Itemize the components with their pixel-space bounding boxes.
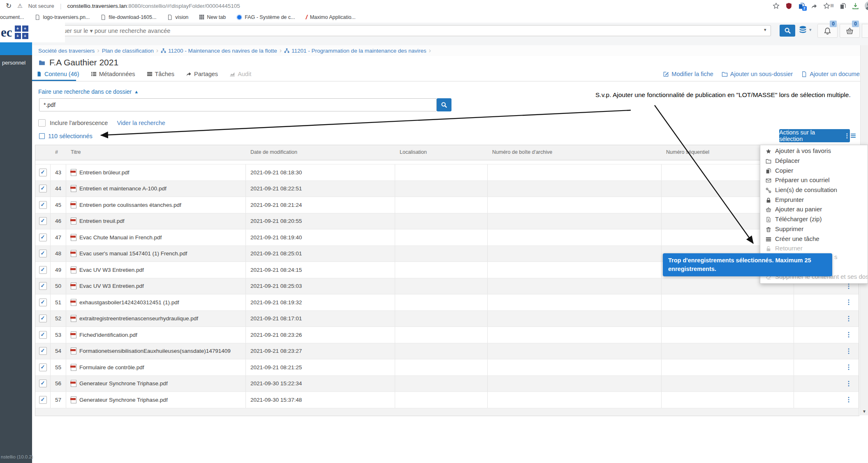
- row-checkbox[interactable]: ✓: [39, 380, 47, 387]
- bookmark-item[interactable]: file-download-1605...: [100, 14, 156, 20]
- document-link[interactable]: Entretien brûleur.pdf: [79, 169, 130, 176]
- col-titre[interactable]: Titre: [71, 149, 81, 155]
- collections-caret-icon[interactable]: ▾: [809, 27, 812, 32]
- menu-item-zip[interactable]: Télécharger (zip): [760, 214, 868, 224]
- breadcrumb-item[interactable]: 11201 - Programmation de la maintenance …: [284, 48, 426, 54]
- clear-search-link[interactable]: Vider la recherche: [117, 120, 165, 126]
- row-checkbox[interactable]: ✓: [39, 282, 47, 290]
- collections-stack-icon[interactable]: [799, 25, 807, 34]
- row-menu-button[interactable]: ⋮: [845, 294, 853, 310]
- row-checkbox[interactable]: ✓: [39, 201, 47, 209]
- global-search-input[interactable]: [49, 25, 771, 36]
- bookmark-item-maximo[interactable]: /Maximo Applicatio...: [306, 14, 355, 21]
- global-search-button[interactable]: [780, 25, 795, 37]
- row-checkbox[interactable]: ✓: [39, 234, 47, 241]
- table-row[interactable]: ✓ 57 Generateur Synchrone Triphase.pdf 2…: [35, 392, 859, 408]
- adblock-shield-icon[interactable]: [785, 2, 792, 9]
- menu-item-deplacer[interactable]: Déplacer: [760, 156, 868, 166]
- row-checkbox[interactable]: ✓: [39, 331, 47, 339]
- row-menu-button[interactable]: ⋮: [845, 359, 853, 375]
- breadcrumb-item[interactable]: Société des traversiers: [38, 48, 95, 54]
- col-num[interactable]: #: [55, 149, 58, 155]
- row-checkbox[interactable]: ✓: [39, 266, 47, 274]
- document-link[interactable]: exhaustgasboiler1424240312451 (1).pdf: [79, 299, 179, 306]
- document-link[interactable]: Entretien et maintenance A-100.pdf: [79, 185, 167, 192]
- row-checkbox[interactable]: ✓: [39, 396, 47, 404]
- reload-icon[interactable]: ↻: [6, 2, 12, 10]
- tab-audit[interactable]: Audit: [229, 71, 251, 77]
- col-date[interactable]: Date de modification: [250, 149, 297, 155]
- document-link[interactable]: Entretien treuil.pdf: [79, 218, 125, 224]
- selection-checkbox[interactable]: [39, 133, 45, 139]
- tab-contenu[interactable]: Contenu (46): [36, 71, 79, 77]
- menu-item-retourner[interactable]: Retourner: [760, 243, 868, 253]
- breadcrumb-item[interactable]: 11200 - Maintenance des navires de la fl…: [161, 48, 277, 54]
- sidebar-item-selected[interactable]: [0, 42, 32, 55]
- scroll-down-icon[interactable]: ▼: [862, 409, 866, 414]
- document-link[interactable]: Formulaire de contrôle.pdf: [79, 364, 144, 370]
- tab-taches[interactable]: Tâches: [147, 71, 175, 77]
- document-link[interactable]: FormationetsensibilisationEauxhuileuses(…: [79, 348, 231, 354]
- row-checkbox[interactable]: ✓: [39, 217, 47, 225]
- add-subfolder-link[interactable]: Ajouter un sous-dossier: [722, 71, 793, 77]
- document-link[interactable]: Generateur Synchrone Triphase.pdf: [79, 397, 168, 403]
- document-link[interactable]: extraitregistreentretienascenseurhydraul…: [79, 315, 198, 322]
- selected-count[interactable]: 110 sélectionnés: [39, 133, 93, 139]
- security-label[interactable]: Not secure: [28, 3, 54, 9]
- row-checkbox[interactable]: ✓: [39, 169, 47, 176]
- collections-icon[interactable]: [840, 2, 846, 9]
- menu-item-favoris[interactable]: Ajouter à vos favoris: [760, 146, 868, 156]
- col-sequentiel[interactable]: Numéro séquentiel: [666, 149, 709, 155]
- menu-item-emprunter[interactable]: Emprunter: [760, 194, 868, 204]
- extension-icon[interactable]: 2: [798, 2, 805, 9]
- tab-partages[interactable]: Partages: [186, 71, 218, 77]
- menu-item-copier[interactable]: Copier: [760, 165, 868, 175]
- table-row[interactable]: ✓ 45 Entretien porte coulissantes étanch…: [35, 197, 859, 213]
- bookmark-item[interactable]: logo-traversiers.pn...: [35, 14, 90, 20]
- folder-search-toggle[interactable]: Faire une recherche dans ce dossier ▲: [38, 88, 139, 95]
- table-row[interactable]: ✓ 52 extraitregistreentretienascenseurhy…: [35, 311, 859, 327]
- url-bar[interactable]: constellio.traversiers.lan:8080/constell…: [67, 3, 767, 9]
- table-row[interactable]: ✓ 46 Entretien treuil.pdf 2021-09-21 08:…: [35, 213, 859, 230]
- document-link[interactable]: Generateur Synchrone Triphase.pdf: [79, 380, 168, 387]
- row-checkbox[interactable]: ✓: [39, 363, 47, 371]
- document-link[interactable]: Fiched'identification.pdf: [79, 332, 137, 338]
- row-menu-button[interactable]: ⋮: [845, 376, 853, 392]
- bookmark-item[interactable]: ocument...: [0, 14, 24, 20]
- row-menu-button[interactable]: ⋮: [845, 392, 853, 408]
- row-checkbox[interactable]: ✓: [39, 185, 47, 192]
- menu-item-tache[interactable]: Créer une tâche: [760, 234, 868, 243]
- downloads-icon[interactable]: [852, 2, 859, 9]
- col-localisation[interactable]: Localisation: [400, 149, 427, 155]
- row-checkbox[interactable]: ✓: [39, 347, 47, 355]
- include-tree-checkbox[interactable]: [38, 119, 46, 127]
- table-row[interactable]: ✓ 54 FormationetsensibilisationEauxhuile…: [35, 343, 859, 360]
- edit-record-link[interactable]: Modifier la fiche: [663, 71, 713, 77]
- sidebar-item-personnel[interactable]: personnel: [2, 60, 25, 66]
- folder-search-button[interactable]: [437, 98, 451, 111]
- search-scope-caret-icon[interactable]: ▾: [764, 27, 766, 32]
- table-row[interactable]: ✓ 56 Generateur Synchrone Triphase.pdf 2…: [35, 376, 859, 392]
- folder-search-input[interactable]: [39, 98, 437, 111]
- add-document-link[interactable]: Ajouter un document: [801, 71, 865, 77]
- bookmark-star-icon[interactable]: [773, 2, 780, 9]
- tab-metadonnees[interactable]: Métadonnées: [91, 71, 135, 77]
- table-row[interactable]: ✓ 55 Formulaire de contrôle.pdf 2021-09-…: [35, 359, 859, 376]
- list-view-icon[interactable]: ≡: [850, 130, 856, 141]
- profile-avatar[interactable]: [865, 1, 868, 10]
- menu-item-panier[interactable]: Ajouter au panier: [760, 204, 868, 214]
- table-row[interactable]: ✓ 43 Entretien brûleur.pdf 2021-09-21 08…: [35, 164, 859, 181]
- row-menu-button[interactable]: ⋮: [845, 327, 853, 343]
- breadcrumb-item[interactable]: Plan de classification: [102, 48, 154, 54]
- col-boite[interactable]: Numéro de boîte d'archive: [492, 149, 552, 155]
- menu-item-supprimer[interactable]: Supprimer: [760, 224, 868, 234]
- menu-item-courriel[interactable]: Préparer un courriel: [760, 175, 868, 185]
- document-link[interactable]: Evac UV W3 Entretien.pdf: [79, 267, 144, 273]
- bookmark-item[interactable]: vision: [167, 14, 188, 20]
- document-link[interactable]: Evac user's manual 1547401 (1) French.pd…: [79, 250, 187, 257]
- table-row[interactable]: ✓ 44 Entretien et maintenance A-100.pdf …: [35, 181, 859, 197]
- document-link[interactable]: Evac Chute Manual in French.pdf: [79, 234, 162, 241]
- favorites-list-icon[interactable]: ≡: [823, 2, 834, 9]
- table-row[interactable]: ✓ 50 Evac UV W3 Entretien.pdf 2021-09-21…: [35, 278, 859, 295]
- table-row[interactable]: ✓ 53 Fiched'identification.pdf 2021-09-2…: [35, 327, 859, 343]
